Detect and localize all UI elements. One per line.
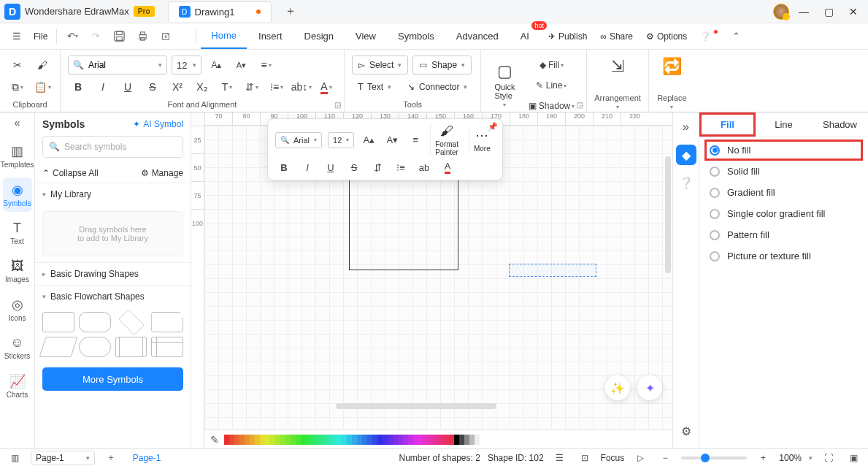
shape-diamond[interactable] [118,309,145,335]
fill-option-solid[interactable]: Solid fill [710,166,858,177]
vertical-scrollbar[interactable] [665,156,671,273]
bold-button[interactable]: B [68,77,88,96]
float-bold[interactable]: B [275,159,293,175]
line-spacing-button[interactable]: ⇵ [242,77,262,96]
ai-symbol-button[interactable]: ✦AI Symbol [133,119,183,129]
italic-button[interactable]: I [93,77,113,96]
redo-button[interactable]: ↷ [85,26,107,47]
text-tool[interactable]: 𝖳Text▾ [352,77,397,96]
fit-page-button[interactable]: ⛶ [820,451,837,465]
float-font-select[interactable]: 🔍Arial▾ [275,132,322,148]
float-textdir[interactable]: ab [415,159,433,175]
underline-button[interactable]: U [118,77,138,96]
save-button[interactable] [108,26,130,47]
pin-icon[interactable]: 📌 [488,122,498,131]
paste-button[interactable]: 📋 [32,77,53,96]
options-button[interactable]: ⚙Options [640,31,693,42]
shape-rect[interactable] [42,312,74,332]
decrease-font-button[interactable]: A▾ [231,56,251,75]
new-tab-button[interactable]: ＋ [285,4,296,19]
rail-symbols[interactable]: ◉Symbols [3,177,32,212]
increase-font-button[interactable]: A▴ [206,56,226,75]
color-swatches[interactable] [224,435,485,445]
more-symbols-button[interactable]: More Symbols [42,367,183,391]
fill-dropdown[interactable]: ◆ Fill [524,56,580,75]
text-direction-button[interactable]: ab↕ [291,77,312,96]
font-family-input[interactable] [88,60,154,70]
symbol-search[interactable]: 🔍 Search symbols [42,136,183,158]
float-strike[interactable]: S [345,159,363,175]
category-basic-drawing[interactable]: ▸Basic Drawing Shapes [35,262,191,285]
ribbon-tab-design[interactable]: Design [294,24,344,49]
ribbon-tab-symbols[interactable]: Symbols [388,24,445,49]
my-library-dropzone[interactable]: Drag symbols hereto add to My Library [42,211,183,256]
float-list[interactable]: ⁝≡ [392,159,410,175]
cut-button[interactable]: ✂ [7,56,28,75]
quick-style-button[interactable]: ▢ Quick Style▾ [488,54,521,115]
horizontal-scrollbar[interactable] [336,403,496,409]
ribbon-tab-ai[interactable]: AIhot [510,24,539,49]
category-my-library[interactable]: ▾My Library [35,183,191,205]
prop-tab-shadow[interactable]: Shadow [812,112,868,137]
fill-option-no-fill[interactable]: No fill [707,142,861,158]
arrangement-button[interactable]: ⇲ [605,54,630,79]
fill-option-picture[interactable]: Picture or texture fill [710,251,858,261]
line-dropdown[interactable]: ✎ Line [524,76,580,95]
text-edit-selection[interactable] [509,264,596,277]
fill-panel-button[interactable]: ◆ [676,145,696,165]
user-avatar[interactable] [773,4,789,20]
font-color-button[interactable]: A [316,77,337,96]
copy-button[interactable]: ⧉ [7,77,28,96]
category-basic-flowchart[interactable]: ▾Basic Flowchart Shapes [35,285,191,308]
focus-icon[interactable]: ⊡ [576,451,594,465]
collapse-ribbon-button[interactable]: ⌃ [725,26,747,47]
window-close-button[interactable]: ✕ [843,1,864,22]
fill-option-gradient[interactable]: Gradient fill [710,187,858,198]
font-dialog-launcher[interactable]: ◲ [334,101,341,109]
float-format-painter[interactable]: 🖌Format Painter [430,123,463,156]
ai-sparkle-fab[interactable]: ✨ [605,375,630,400]
shape-tool[interactable]: ▭Shape▾ [412,56,472,75]
float-fontcolor[interactable]: A [439,159,456,175]
styles-dialog-launcher[interactable]: ◲ [577,101,583,109]
add-page-button[interactable]: ＋ [102,451,120,465]
focus-label[interactable]: Focus [601,453,625,463]
rail-icons[interactable]: ◎Icons [3,292,32,326]
rail-templates[interactable]: ▥Templates [3,139,32,173]
float-decrease-font[interactable]: A▾ [383,132,401,148]
prop-tab-fill[interactable]: Fill [699,112,756,137]
undo-button[interactable]: ↶▾ [61,26,83,47]
zoom-out-button[interactable]: − [656,451,674,465]
print-button[interactable] [131,26,153,47]
eyedropper-icon[interactable]: ✎ [210,434,219,446]
file-menu[interactable]: File [29,31,52,42]
ribbon-tab-insert[interactable]: Insert [248,24,293,49]
superscript-button[interactable]: X² [167,77,188,96]
page-list-button[interactable]: ▥ [6,451,23,465]
document-tab[interactable]: D Drawing1 [168,1,272,22]
ribbon-tab-home[interactable]: Home [201,24,247,49]
shape-round-rect[interactable] [79,312,111,332]
presentation-button[interactable]: ▷ [631,451,649,465]
settings-panel-button[interactable]: ⚙ [676,421,696,441]
float-spacing[interactable]: ⇵ [369,159,386,175]
shape-terminator[interactable] [79,337,111,357]
subscript-button[interactable]: X₂ [192,77,212,96]
publish-button[interactable]: ✈Publish [542,31,593,42]
expand-right-panel[interactable]: » [676,117,696,137]
float-align[interactable]: ≡ [407,132,424,148]
zoom-slider[interactable] [681,457,747,459]
strikethrough-button[interactable]: S [142,77,163,96]
fullscreen-button[interactable]: ▣ [845,451,862,465]
clear-format-button[interactable]: T [217,77,237,96]
prop-tab-line[interactable]: Line [756,112,812,137]
font-size-select[interactable]: 12▾ [172,56,201,75]
replace-button[interactable]: 🔁 [656,54,688,79]
selected-shape[interactable] [349,180,458,270]
collapse-all-button[interactable]: ⌃Collapse All [42,168,99,178]
window-minimize-button[interactable]: — [794,1,814,22]
ribbon-tab-advanced[interactable]: Advanced [446,24,509,49]
help-panel-button[interactable]: ❔ [676,172,696,193]
layers-button[interactable]: ☰ [551,451,569,465]
shape-parallelogram[interactable] [39,337,77,357]
